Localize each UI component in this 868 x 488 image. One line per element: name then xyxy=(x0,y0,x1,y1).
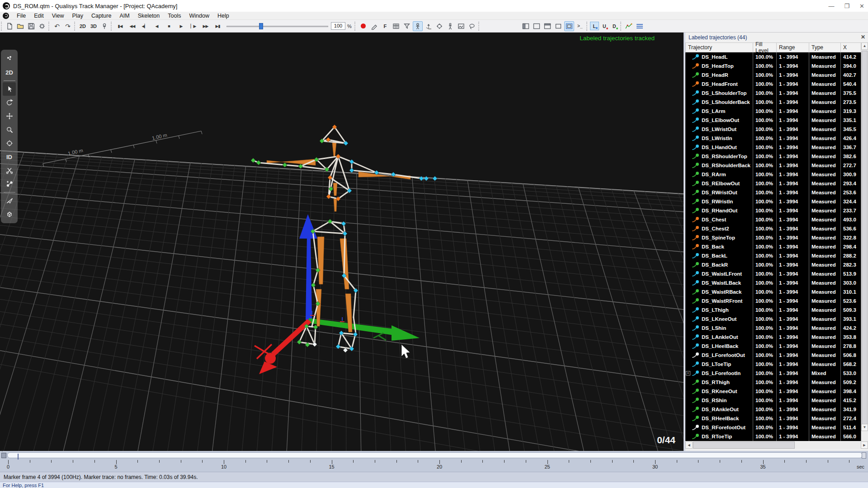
trajectory-cell[interactable]: DS_RAnkleOut xyxy=(685,405,753,414)
cube-button[interactable] xyxy=(3,207,16,221)
trajectory-cell[interactable]: DS_LShin xyxy=(685,324,753,333)
dots-button[interactable] xyxy=(3,52,16,66)
trajectory-cell[interactable]: DS_RThigh xyxy=(685,378,753,387)
trajectory-cell[interactable]: DS_LShoulderBack xyxy=(685,98,753,107)
column-header-trajectory[interactable]: Trajectory xyxy=(685,42,753,52)
table-row[interactable]: DS_LKneeOut100.0%1 - 3994Measured393.1 xyxy=(685,314,861,324)
column-header-type[interactable]: Type xyxy=(809,42,841,52)
pin-icon[interactable] xyxy=(99,21,109,31)
trajectory-cell[interactable]: DS_RHandOut xyxy=(685,206,753,215)
time-ruler[interactable]: sec 05101520253035 xyxy=(0,460,868,472)
table-row[interactable]: DS_WaistRBack100.0%1 - 3994Measured310.1 xyxy=(685,287,861,296)
table-row[interactable]: DS_RWristOut100.0%1 - 3994Measured253.6 xyxy=(685,188,861,197)
table-row[interactable]: DS_HeadR100.0%1 - 3994Measured402.7 xyxy=(685,70,861,80)
table-row[interactable]: DS_LWristOut100.0%1 - 3994Measured345.5 xyxy=(685,125,861,134)
timeline-left-handle[interactable] xyxy=(1,453,6,458)
trajectory-cell[interactable]: DS_SpineTop xyxy=(685,233,753,242)
menu-lines-button[interactable] xyxy=(635,21,645,31)
trajectory-cell[interactable]: DS_RWristIn xyxy=(685,197,753,206)
filter-funnel-button[interactable] xyxy=(402,21,412,31)
table-row[interactable]: DS_SpineTop100.0%1 - 3994Measured322.8 xyxy=(685,233,861,242)
3d-view[interactable]: 2DID Labeled trajectories tracked 0/44 1… xyxy=(0,33,684,451)
column-header-range[interactable]: Range xyxy=(777,42,809,52)
menu-item-window[interactable]: Window xyxy=(185,12,213,19)
expand-icon[interactable]: + xyxy=(686,371,690,375)
layout-d-button[interactable]: D xyxy=(610,22,619,30)
table-row[interactable]: DS_RArm100.0%1 - 3994Measured300.9 xyxy=(685,170,861,179)
table-row[interactable]: DS_LThigh100.0%1 - 3994Measured509.3 xyxy=(685,305,861,314)
horizontal-scrollbar[interactable]: ◄ ► xyxy=(685,441,868,449)
figure-button[interactable] xyxy=(445,21,455,31)
fast-forward-button[interactable]: ▶▶ xyxy=(200,21,211,31)
tool-id-button[interactable]: ID xyxy=(3,150,16,164)
table-row[interactable]: DS_RShin100.0%1 - 3994Measured415.2 xyxy=(685,396,861,405)
table-row[interactable]: DS_RHandOut100.0%1 - 3994Measured233.7 xyxy=(685,206,861,215)
menu-item-capture[interactable]: Capture xyxy=(87,12,115,19)
orbit-circle-button[interactable] xyxy=(3,136,16,150)
open-folder-button[interactable] xyxy=(15,21,25,31)
skip-start-button[interactable]: ▮◀ xyxy=(114,21,126,31)
scroll-right-icon[interactable]: ► xyxy=(861,441,868,449)
stop-button[interactable]: ■ xyxy=(163,21,175,31)
current-frame-marker[interactable] xyxy=(18,454,19,460)
speed-slider[interactable] xyxy=(226,22,328,30)
menu-item-tools[interactable]: Tools xyxy=(164,12,185,19)
vertical-scroll-thumb[interactable] xyxy=(862,51,868,431)
redo-arrow-button[interactable]: ↷ xyxy=(63,21,73,31)
table-row[interactable]: DS_LHandOut100.0%1 - 3994Measured336.7 xyxy=(685,143,861,152)
minimize-button[interactable]: — xyxy=(828,3,834,9)
trajectory-cell[interactable]: DS_LToeTip xyxy=(685,360,753,369)
play-back-button[interactable]: ◀ xyxy=(151,21,162,31)
function-f-button[interactable]: F xyxy=(380,21,390,31)
table-row[interactable]: DS_HeadL100.0%1 - 3994Measured414.2 xyxy=(685,52,861,61)
person-button[interactable] xyxy=(413,21,423,31)
trajectory-cell[interactable]: DS_WaistLFront xyxy=(685,269,753,278)
trajectory-cell[interactable]: DS_RShin xyxy=(685,396,753,405)
table-row[interactable]: DS_LShoulderBack100.0%1 - 3994Measured27… xyxy=(685,98,861,107)
restore-button[interactable]: ❐ xyxy=(844,3,849,9)
table-row[interactable]: DS_BackR100.0%1 - 3994Measured282.3 xyxy=(685,260,861,269)
trajectory-cell[interactable]: + DS_LForefootIn xyxy=(685,369,753,378)
paper-plane-button[interactable] xyxy=(3,194,16,207)
table-row[interactable]: DS_BackL100.0%1 - 3994Measured288.2 xyxy=(685,251,861,260)
column-header-x[interactable]: X xyxy=(841,42,861,52)
trajectory-cell[interactable]: DS_LKneeOut xyxy=(685,314,753,324)
document-icon[interactable] xyxy=(3,13,9,19)
menu-item-skeleton[interactable]: Skeleton xyxy=(134,12,164,19)
layout-l-button[interactable]: L xyxy=(590,22,599,30)
table-row[interactable]: DS_Back100.0%1 - 3994Measured298.4 xyxy=(685,242,861,251)
table-row[interactable]: DS_LHeelBack100.0%1 - 3994Measured278.8 xyxy=(685,342,861,351)
view-2d-button[interactable]: 2D xyxy=(78,21,88,31)
table-row[interactable]: DS_RThigh100.0%1 - 3994Measured509.2 xyxy=(685,378,861,387)
table-row[interactable]: DS_RAnkleOut100.0%1 - 3994Measured341.9 xyxy=(685,405,861,414)
vertical-scrollbar[interactable]: ▲ ▼ xyxy=(861,42,868,441)
layout-u-button[interactable]: U xyxy=(600,22,609,30)
table-row[interactable]: DS_RKneeOut100.0%1 - 3994Measured398.4 xyxy=(685,387,861,396)
lasso-button[interactable] xyxy=(467,21,477,31)
scissors-button[interactable] xyxy=(3,164,16,177)
table-row[interactable]: DS_RShoulderBack100.0%1 - 3994Measured27… xyxy=(685,161,861,170)
record-icon[interactable] xyxy=(358,21,368,31)
timeline-right-handle[interactable] xyxy=(862,452,866,459)
settings-gear-button[interactable] xyxy=(37,21,47,31)
table-row[interactable]: DS_RForefootOut100.0%1 - 3994Measured511… xyxy=(685,423,861,432)
magnifier-button[interactable] xyxy=(3,123,16,136)
panel-close-icon[interactable]: ✕ xyxy=(861,34,865,40)
trajectory-cell[interactable]: DS_LElbowOut xyxy=(685,116,753,125)
trajectory-cell[interactable]: DS_RForefootOut xyxy=(685,423,753,432)
trajectory-cell[interactable]: DS_RHeelBack xyxy=(685,414,753,423)
table-row[interactable]: DS_WaistLBack100.0%1 - 3994Measured303.0 xyxy=(685,278,861,287)
trajectory-cell[interactable]: DS_HeadFront xyxy=(685,80,753,89)
menu-item-view[interactable]: View xyxy=(48,12,68,19)
move-arrows-button[interactable] xyxy=(3,109,16,123)
table-row[interactable]: DS_HeadTop100.0%1 - 3994Measured394.0 xyxy=(685,61,861,70)
trajectory-cell[interactable]: DS_RShoulderBack xyxy=(685,161,753,170)
trajectory-cell[interactable]: DS_HeadR xyxy=(685,70,753,80)
console-prompt-button[interactable]: >_ xyxy=(575,21,585,31)
view-3d-button[interactable]: 3D xyxy=(89,21,99,31)
timeline-range-bar[interactable] xyxy=(7,452,863,458)
table-row[interactable]: DS_LToeTip100.0%1 - 3994Measured568.2 xyxy=(685,360,861,369)
column-header-fill-level[interactable]: Fill Level xyxy=(753,42,777,52)
table-row[interactable]: DS_LForefootOut100.0%1 - 3994Measured506… xyxy=(685,351,861,360)
trajectory-cell[interactable]: DS_HeadL xyxy=(685,52,753,61)
